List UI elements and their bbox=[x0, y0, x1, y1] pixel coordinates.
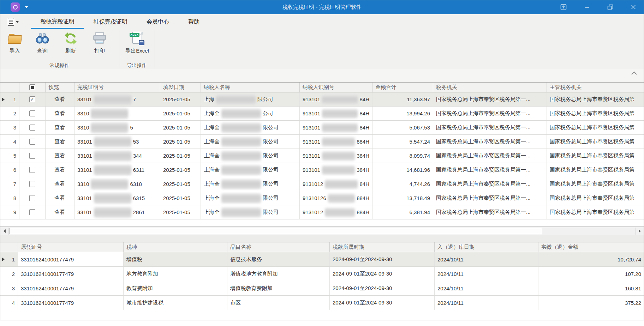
issue-date-cell: 2025-01-05 bbox=[160, 163, 201, 177]
issue-date-cell: 2025-01-05 bbox=[160, 191, 201, 205]
preview-cell[interactable]: 查看 bbox=[46, 191, 74, 205]
col-total-amount[interactable]: 金额合计 bbox=[372, 83, 433, 92]
redacted-block bbox=[322, 151, 355, 161]
col-tax-organ[interactable]: 税务机关 bbox=[433, 83, 547, 92]
col-tax-period[interactable]: 税款所属时期 bbox=[330, 242, 435, 252]
row-select-cell[interactable]: ✓ bbox=[19, 121, 46, 134]
scroll-left-button[interactable] bbox=[1, 228, 8, 235]
tab-social-security-certificate[interactable]: 社保完税证明 bbox=[84, 14, 137, 29]
view-link[interactable]: 查看 bbox=[55, 167, 65, 173]
print-button[interactable]: 打印 bbox=[86, 32, 113, 54]
redacted-block bbox=[322, 109, 358, 118]
row-checkbox[interactable]: ✓ bbox=[29, 209, 35, 215]
preview-cell[interactable]: 查看 bbox=[46, 107, 74, 120]
row-checkbox[interactable]: ✓ bbox=[29, 153, 35, 159]
chevron-up-icon bbox=[631, 71, 638, 76]
table-row[interactable]: 4 ✓ 查看 3310153 2025-01-05 上海全限公司 9131018… bbox=[0, 135, 644, 149]
scroll-right-button[interactable] bbox=[636, 228, 643, 235]
voucher-number-cell: 331016241000177479 bbox=[18, 252, 124, 266]
view-link[interactable]: 查看 bbox=[55, 96, 65, 103]
export-excel-button[interactable]: XLSX 导出Excel bbox=[120, 32, 155, 54]
view-link[interactable]: 查看 bbox=[55, 124, 65, 131]
row-select-cell[interactable]: ✓ bbox=[19, 149, 46, 163]
view-link[interactable]: 查看 bbox=[55, 152, 65, 159]
preview-cell[interactable]: 查看 bbox=[46, 205, 74, 219]
import-button[interactable]: 导入 bbox=[1, 32, 29, 54]
preview-cell[interactable]: 查看 bbox=[46, 92, 74, 106]
view-link[interactable]: 查看 bbox=[55, 110, 65, 117]
ribbon-group-separator bbox=[155, 30, 155, 68]
tab-help[interactable]: 帮助 bbox=[179, 14, 209, 29]
row-checkbox[interactable]: ✓ bbox=[29, 110, 35, 116]
tax-period-cell: 2024-09-01至2024-09-30 bbox=[330, 296, 435, 310]
row-checkbox[interactable]: ✓ bbox=[29, 167, 35, 173]
row-number-cell: 6 bbox=[0, 163, 19, 177]
redacted-block bbox=[325, 208, 355, 217]
chief-tax-organ-cell: 国家税务总局上海市奉贤区税务局第 bbox=[547, 121, 644, 134]
file-menu-button[interactable] bbox=[8, 17, 23, 27]
col-paid-amount[interactable]: 实缴（退）金额 bbox=[538, 242, 644, 252]
col-voucher-number[interactable]: 原凭证号 bbox=[18, 242, 124, 252]
table-row[interactable]: 3 ✓ 查看 33105 2025-01-05 上海全限公司 91310184H… bbox=[0, 121, 644, 135]
table-row[interactable]: 4 331016241000177479 城市维护建设税 市区 2024-09-… bbox=[0, 296, 644, 310]
collapse-ribbon-button[interactable] bbox=[631, 71, 638, 77]
table-row[interactable]: 2 ✓ 查看 3310 2025-01-05 上海全公司 91310184H 1… bbox=[0, 107, 644, 121]
table-row[interactable]: 7 ✓ 查看 33106318 2025-01-05 上海全限公司 913101… bbox=[0, 177, 644, 191]
restore-button[interactable] bbox=[602, 0, 618, 14]
main-table-body: 1 ✓ 查看 331017 2025-01-05 上海限公司 91310184H… bbox=[0, 92, 644, 219]
col-storage-date[interactable]: 入（退）库日期 bbox=[435, 242, 538, 252]
tab-member-center[interactable]: 会员中心 bbox=[137, 14, 179, 29]
close-button[interactable] bbox=[626, 0, 641, 14]
view-link[interactable]: 查看 bbox=[55, 209, 65, 216]
preview-cell[interactable]: 查看 bbox=[46, 121, 74, 134]
horizontal-scrollbar[interactable] bbox=[0, 227, 644, 235]
table-row[interactable]: 9 ✓ 查看 331012861 2025-01-05 上海全限公司 91310… bbox=[0, 205, 644, 219]
restore-icon bbox=[607, 4, 613, 10]
preview-cell[interactable]: 查看 bbox=[46, 177, 74, 191]
select-all-header[interactable] bbox=[19, 83, 46, 92]
storage-date-cell: 2024/10/11 bbox=[435, 252, 538, 266]
row-checkbox[interactable]: ✓ bbox=[29, 195, 35, 201]
tax-organ-cell: 国家税务总局上海市奉贤区税务局第一... bbox=[433, 177, 547, 191]
table-row[interactable]: 5 ✓ 查看 33101344 2025-01-05 上海全限公司 913101… bbox=[0, 149, 644, 163]
preview-cell[interactable]: 查看 bbox=[46, 163, 74, 177]
view-link[interactable]: 查看 bbox=[55, 138, 65, 145]
row-checkbox[interactable]: ✓ bbox=[29, 96, 35, 102]
row-select-cell[interactable]: ✓ bbox=[19, 163, 46, 177]
row-select-cell[interactable]: ✓ bbox=[19, 205, 46, 219]
table-row[interactable]: 3 331016241000177479 教育费附加 增值税教育费附加 2024… bbox=[0, 281, 644, 296]
row-select-cell[interactable]: ✓ bbox=[19, 191, 46, 205]
table-row[interactable]: 1 ✓ 查看 331017 2025-01-05 上海限公司 91310184H… bbox=[0, 92, 644, 107]
row-checkbox[interactable]: ✓ bbox=[29, 181, 35, 187]
row-checkbox[interactable]: ✓ bbox=[29, 125, 35, 131]
table-row[interactable]: 8 ✓ 查看 331016315 2025-01-05 上海全限公司 91310… bbox=[0, 191, 644, 205]
scrollbar-thumb[interactable] bbox=[9, 228, 542, 234]
col-item-name[interactable]: 品目名称 bbox=[227, 242, 330, 252]
minimize-button[interactable] bbox=[579, 0, 595, 14]
table-row[interactable]: 1 331016241000177479 增值税 信息技术服务 2024-09-… bbox=[0, 252, 644, 267]
col-chief-tax-organ[interactable]: 主管税务机关 bbox=[547, 83, 644, 92]
preview-cell[interactable]: 查看 bbox=[46, 149, 74, 163]
view-link[interactable]: 查看 bbox=[55, 195, 65, 201]
col-issue-date[interactable]: 填发日期 bbox=[160, 83, 201, 92]
row-select-cell[interactable]: ✓ bbox=[19, 107, 46, 120]
row-checkbox[interactable]: ✓ bbox=[29, 139, 35, 145]
preview-cell[interactable]: 查看 bbox=[46, 135, 74, 149]
tab-tax-certificate[interactable]: 税收完税证明 bbox=[31, 14, 84, 29]
col-taxpayer-id[interactable]: 纳税人识别号 bbox=[300, 83, 372, 92]
col-cert-number[interactable]: 完税证明号 bbox=[74, 83, 160, 92]
table-row[interactable]: 6 ✓ 查看 331016311 2025-01-05 上海全限公司 91310… bbox=[0, 163, 644, 177]
query-button[interactable]: 查询 bbox=[29, 32, 56, 54]
pin-window-button[interactable] bbox=[556, 0, 571, 14]
col-taxpayer-name[interactable]: 纳税人名称 bbox=[201, 83, 300, 92]
chief-tax-organ-cell: 国家税务总局上海市奉贤区税务局第 bbox=[547, 107, 644, 120]
row-select-cell[interactable]: ✓ bbox=[19, 177, 46, 191]
row-select-cell[interactable]: ✓ bbox=[19, 92, 46, 106]
refresh-button[interactable]: 刷新 bbox=[57, 32, 84, 54]
rownum-header bbox=[0, 83, 19, 92]
row-select-cell[interactable]: ✓ bbox=[19, 135, 46, 149]
view-link[interactable]: 查看 bbox=[55, 181, 65, 187]
col-tax-type[interactable]: 税种 bbox=[124, 242, 227, 252]
table-row[interactable]: 2 331016241000177479 地方教育附加 增值税地方教育附加 20… bbox=[0, 267, 644, 281]
col-preview[interactable]: 预览 bbox=[46, 83, 74, 92]
